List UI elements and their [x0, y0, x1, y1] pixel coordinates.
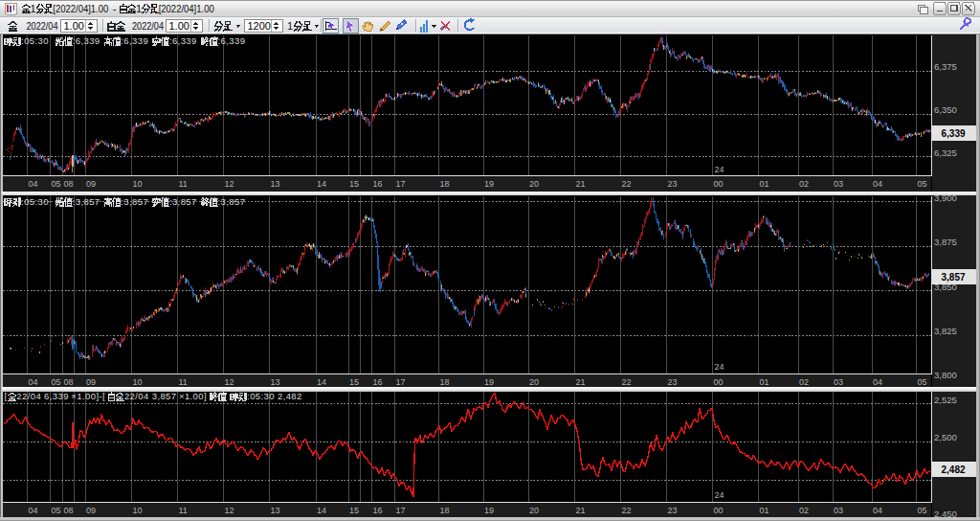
svg-text:02: 02	[799, 377, 809, 387]
svg-text:23: 23	[668, 506, 678, 515]
svg-text:03: 03	[834, 506, 843, 515]
svg-text:05: 05	[52, 377, 61, 387]
svg-text:[2022/04]1.00: [2022/04]1.00	[53, 3, 108, 14]
svg-text:1: 1	[136, 3, 142, 14]
svg-text:18: 18	[440, 377, 450, 387]
svg-text:05: 05	[918, 377, 927, 387]
svg-text:21: 21	[576, 179, 586, 189]
svg-text:00: 00	[714, 377, 724, 387]
svg-text:14: 14	[317, 179, 326, 189]
svg-text:05: 05	[52, 506, 61, 515]
svg-text::05:30: :05:30	[21, 196, 49, 207]
svg-text:10: 10	[133, 377, 143, 387]
svg-text:04: 04	[873, 377, 882, 387]
svg-text::3,857: :3,857	[218, 196, 246, 207]
svg-text:16: 16	[373, 506, 383, 515]
svg-text:6,325: 6,325	[934, 147, 957, 158]
svg-text:1.00: 1.00	[169, 20, 189, 32]
svg-text:11: 11	[179, 179, 188, 189]
svg-text:01: 01	[760, 506, 769, 515]
svg-text:1200: 1200	[248, 20, 271, 32]
svg-text:04: 04	[29, 377, 38, 387]
svg-text:10: 10	[133, 506, 143, 515]
svg-text::3,857: :3,857	[73, 196, 100, 207]
svg-text:18: 18	[440, 179, 450, 189]
svg-text:22: 22	[622, 506, 632, 515]
svg-text:19: 19	[484, 179, 494, 189]
svg-text:3,825: 3,825	[934, 326, 957, 336]
svg-text:24: 24	[715, 362, 724, 372]
svg-text:-: -	[113, 3, 117, 14]
svg-text:09: 09	[86, 506, 96, 515]
svg-text:24: 24	[715, 490, 724, 500]
svg-text:22/04 3,857: 22/04 3,857	[124, 391, 177, 401]
svg-text::3,857: :3,857	[169, 196, 197, 207]
svg-text:20: 20	[529, 377, 539, 387]
svg-text:13: 13	[271, 377, 280, 387]
svg-text:08: 08	[64, 506, 74, 515]
svg-text:21: 21	[576, 506, 586, 515]
svg-text:08: 08	[64, 377, 74, 387]
svg-text:22: 22	[622, 377, 632, 387]
svg-text:6,350: 6,350	[934, 104, 957, 115]
svg-text:22: 22	[622, 179, 632, 189]
svg-text:23: 23	[668, 377, 678, 387]
svg-text::6,339: :6,339	[73, 35, 100, 46]
svg-text:17: 17	[396, 179, 406, 189]
svg-text:15: 15	[349, 506, 359, 515]
svg-text:17: 17	[396, 506, 406, 515]
svg-text:05: 05	[918, 506, 927, 515]
svg-text::05:30: :05:30	[21, 35, 49, 46]
svg-text:24: 24	[715, 165, 724, 174]
svg-text:04: 04	[29, 179, 38, 189]
svg-text:[2022/04]1.00: [2022/04]1.00	[159, 3, 214, 14]
svg-text:03: 03	[834, 179, 843, 189]
svg-text:04: 04	[29, 506, 38, 515]
svg-text:22/04 6,339: 22/04 6,339	[16, 391, 69, 401]
svg-text:6,339: 6,339	[941, 128, 965, 139]
svg-text:15: 15	[349, 377, 359, 387]
svg-text:14: 14	[317, 506, 326, 515]
svg-text:23: 23	[668, 179, 678, 189]
svg-text:3,800: 3,800	[934, 370, 957, 380]
svg-text:00: 00	[714, 506, 724, 515]
svg-text:2,500: 2,500	[934, 432, 957, 442]
svg-text:14: 14	[317, 377, 326, 387]
svg-text:02: 02	[799, 506, 809, 515]
svg-text:1.00]-[: 1.00]-[	[77, 391, 105, 401]
svg-text:1.00]: 1.00]	[185, 391, 207, 401]
svg-text:19: 19	[484, 377, 494, 387]
svg-text:12: 12	[225, 179, 234, 189]
svg-text:00: 00	[714, 179, 724, 189]
svg-text:21: 21	[576, 377, 586, 387]
svg-text::6,339: :6,339	[218, 35, 246, 46]
svg-text:18: 18	[440, 506, 450, 515]
svg-text:6,375: 6,375	[934, 61, 957, 72]
svg-text:12: 12	[225, 377, 234, 387]
svg-text:3,875: 3,875	[934, 237, 957, 247]
svg-text::05:30 2,482: :05:30 2,482	[247, 391, 302, 401]
svg-text:2022/04: 2022/04	[27, 20, 58, 32]
svg-text::6,339: :6,339	[121, 35, 148, 46]
svg-text:13: 13	[271, 506, 280, 515]
svg-text:01: 01	[760, 179, 769, 189]
svg-text:11: 11	[179, 377, 188, 387]
svg-text:08: 08	[64, 179, 74, 189]
svg-text:17: 17	[396, 377, 406, 387]
svg-text::3,857: :3,857	[121, 196, 148, 207]
svg-text:2,525: 2,525	[934, 395, 957, 405]
svg-text:03: 03	[834, 377, 843, 387]
svg-text:09: 09	[86, 377, 96, 387]
svg-text:20: 20	[529, 506, 539, 515]
svg-text:16: 16	[373, 179, 383, 189]
svg-text::6,339: :6,339	[169, 35, 197, 46]
svg-text:05: 05	[918, 179, 927, 189]
svg-text:10: 10	[133, 179, 143, 189]
svg-text:02: 02	[799, 179, 809, 189]
svg-text:1.00: 1.00	[64, 20, 84, 32]
svg-text:04: 04	[873, 506, 882, 515]
svg-text:2,450: 2,450	[934, 509, 957, 519]
svg-text:15: 15	[349, 179, 359, 189]
svg-text:20: 20	[529, 179, 539, 189]
svg-text:[: [	[5, 391, 8, 401]
